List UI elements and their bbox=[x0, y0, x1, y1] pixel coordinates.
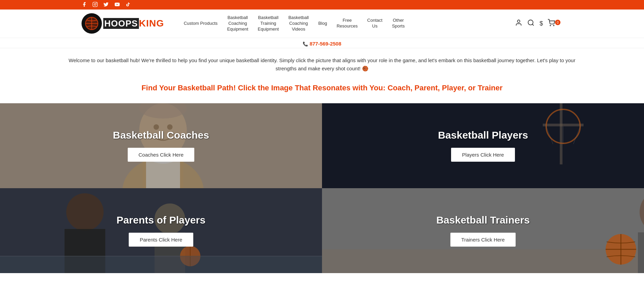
tiktok-icon[interactable] bbox=[126, 2, 130, 8]
nav-blog[interactable]: Blog bbox=[315, 19, 330, 29]
parents-overlay: Parents of Players Parents Click Here bbox=[0, 188, 322, 273]
account-icon[interactable] bbox=[515, 19, 522, 28]
nav-custom-products[interactable]: Custom Products bbox=[180, 19, 221, 29]
parents-card[interactable]: Parents of Players Parents Click Here bbox=[0, 188, 322, 273]
cta-heading: Find Your Basketball Path! Click the Ima… bbox=[0, 75, 644, 103]
players-card[interactable]: Basketball Players Players Click Here bbox=[322, 103, 644, 188]
trainers-title: Basketball Trainers bbox=[436, 214, 530, 226]
svg-point-10 bbox=[528, 20, 533, 25]
logo-circle bbox=[82, 13, 102, 34]
players-btn[interactable]: Players Click Here bbox=[451, 148, 515, 162]
phone-icon: 📞 bbox=[303, 41, 308, 47]
logo-hoops: HOOPS bbox=[103, 18, 139, 29]
players-overlay: Basketball Players Players Click Here bbox=[322, 103, 644, 188]
svg-point-1 bbox=[94, 3, 96, 5]
trainers-overlay: Basketball Trainers Trainers Click Here bbox=[322, 188, 644, 273]
cart-icon[interactable]: 0 bbox=[548, 19, 562, 28]
top-bar bbox=[0, 0, 644, 10]
cart-count: 0 bbox=[555, 20, 560, 25]
instagram-icon[interactable] bbox=[92, 2, 98, 8]
trainers-card[interactable]: Basketball Trainers Trainers Click Here bbox=[322, 188, 644, 273]
svg-point-2 bbox=[96, 3, 97, 3]
nav-training-equipment[interactable]: BasketballTrainingEquipment bbox=[254, 13, 282, 34]
hero-description: Welcome to our basketball hub! We're thr… bbox=[68, 56, 576, 73]
coaches-card[interactable]: Basketball Coaches Coaches Click Here bbox=[0, 103, 322, 188]
nav-free-resources[interactable]: FreeResources bbox=[333, 16, 361, 31]
logo-king: KING bbox=[139, 18, 164, 29]
nav-coaching-videos[interactable]: BasketballCoachingVideos bbox=[285, 13, 312, 34]
main-nav: Custom Products BasketballCoachingEquipm… bbox=[180, 13, 504, 34]
parents-title: Parents of Players bbox=[117, 214, 205, 226]
players-title: Basketball Players bbox=[438, 129, 528, 141]
youtube-icon[interactable] bbox=[114, 2, 120, 8]
trainers-btn[interactable]: Trainers Click Here bbox=[450, 233, 516, 247]
header-icons: $ 0 bbox=[515, 19, 562, 28]
nav-coaching-equipment[interactable]: BasketballCoachingEquipment bbox=[224, 13, 252, 34]
svg-point-12 bbox=[550, 25, 551, 26]
nav-other-sports[interactable]: OtherSports bbox=[389, 16, 408, 31]
search-icon[interactable] bbox=[527, 19, 535, 28]
dollar-icon[interactable]: $ bbox=[539, 20, 543, 27]
logo[interactable]: HOOPSKING bbox=[82, 13, 164, 34]
header: HOOPSKING Custom Products BasketballCoac… bbox=[0, 10, 644, 38]
phone-number[interactable]: 877-569-2508 bbox=[309, 41, 341, 47]
svg-point-9 bbox=[518, 20, 520, 22]
role-grid: Basketball Coaches Coaches Click Here bbox=[0, 103, 644, 273]
twitter-icon[interactable] bbox=[103, 2, 109, 8]
phone-bar: 📞 877-569-2508 bbox=[0, 38, 644, 48]
svg-point-13 bbox=[554, 25, 554, 26]
coaches-btn[interactable]: Coaches Click Here bbox=[128, 148, 195, 162]
hero-text: Welcome to our basketball hub! We're thr… bbox=[0, 48, 644, 75]
coaches-title: Basketball Coaches bbox=[113, 129, 209, 141]
svg-line-11 bbox=[533, 24, 534, 25]
coaches-overlay: Basketball Coaches Coaches Click Here bbox=[0, 103, 322, 188]
facebook-icon[interactable] bbox=[82, 2, 87, 8]
svg-rect-0 bbox=[93, 2, 97, 6]
nav-contact-us[interactable]: ContactUs bbox=[364, 16, 386, 31]
parents-btn[interactable]: Parents Click Here bbox=[129, 233, 193, 247]
